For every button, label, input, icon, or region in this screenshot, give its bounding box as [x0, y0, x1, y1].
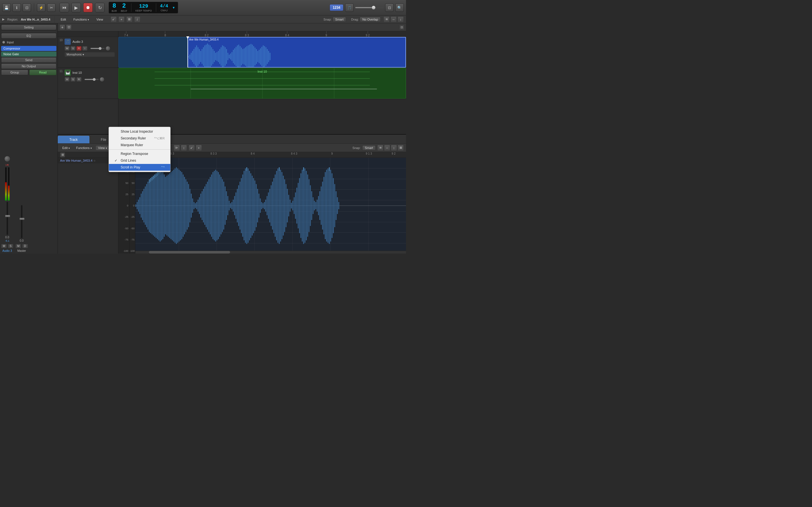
noise-gate-button[interactable]: Noise Gate [1, 52, 56, 57]
no-output-button[interactable]: No Output [1, 63, 56, 69]
editor-snap-icon[interactable]: ⊞ [60, 152, 65, 158]
arr-view-btn2[interactable]: ⊡ [399, 25, 404, 30]
setting-button[interactable]: Setting [1, 24, 56, 30]
track-view-button[interactable]: ⊡ [66, 24, 71, 30]
info-button[interactable]: ℹ [12, 3, 21, 12]
edit-menu[interactable]: Edit [58, 17, 68, 22]
editor-zoom-v-btn[interactable]: ↕ [391, 145, 397, 151]
audio3-region-selected[interactable]: Are We Human_3#03.4 [188, 37, 406, 68]
audio3-record-btn[interactable]: R [77, 46, 82, 51]
master-fader[interactable] [20, 205, 23, 238]
editor-snap-dropdown[interactable]: Smart [362, 145, 375, 151]
master-d-btn[interactable]: D [22, 244, 28, 248]
audio3-m-btn[interactable]: M [1, 244, 7, 248]
editor-view-menu[interactable]: View ▾ [96, 146, 109, 150]
drag-dropdown[interactable]: No Overlap [360, 17, 380, 22]
inst10-vol-slider[interactable] [85, 79, 99, 80]
audio3-fader-handle[interactable] [5, 215, 10, 217]
record-button[interactable]: ⏺ [83, 3, 93, 12]
inst10-solo-btn[interactable]: S [70, 77, 75, 82]
waveform-view-btn[interactable]: ≋ [384, 16, 390, 22]
zoom-btn[interactable]: ↔ [391, 16, 397, 22]
master-fader-handle[interactable] [19, 218, 24, 220]
audio3-pan-knob2[interactable] [105, 46, 110, 51]
editor-arrow-tool[interactable]: ↙ [189, 145, 195, 151]
maximize-button[interactable]: ⊡ [385, 3, 394, 12]
eq-button[interactable]: EQ [1, 33, 56, 39]
editor-plus-tool[interactable]: + [196, 145, 202, 151]
svg-rect-192 [303, 167, 304, 244]
view-menu[interactable]: View [94, 17, 105, 22]
save-button[interactable]: 💾 [2, 3, 11, 12]
editor-btn1[interactable]: ⊳ [174, 145, 180, 151]
svg-rect-187 [296, 187, 297, 224]
mixer-button[interactable]: ⚡ [37, 3, 45, 12]
search-button[interactable]: 🔍 [395, 3, 404, 12]
loop-button[interactable]: ↻ [95, 3, 105, 12]
dropdown-marquee-ruler[interactable]: Marquee Ruler [109, 142, 170, 149]
inst10-record-btn[interactable]: R [77, 77, 82, 82]
audio3-solo-btn[interactable]: S [70, 46, 75, 51]
tuner-button[interactable]: 🎵 [345, 3, 354, 12]
midi-tool[interactable]: ♩ [134, 16, 140, 22]
audio3-meter-l-fill [5, 182, 7, 201]
audio3-region-left[interactable] [118, 37, 188, 68]
dropdown-grid-lines[interactable]: ✓ Grid Lines [109, 157, 170, 164]
audio3-ms-row: M S [1, 244, 13, 248]
add-track-button[interactable]: + [59, 24, 65, 30]
dropdown-scroll-in-play[interactable]: Scroll in Play ⌃^ [109, 164, 170, 171]
editor-waveform-btn[interactable]: ≋ [377, 145, 384, 151]
editor-extra-btn[interactable]: ⊠ [398, 145, 404, 151]
svg-rect-86 [160, 170, 160, 242]
inst10-mute-btn[interactable]: M [64, 77, 70, 82]
read-button-left[interactable]: Read [29, 69, 56, 75]
send-button[interactable]: Send [1, 57, 56, 63]
audio3-fader[interactable] [6, 202, 8, 235]
dropdown-show-local-inspector[interactable]: Show Local Inspector [109, 128, 170, 135]
editor-edit-menu[interactable]: Edit ▾ [60, 146, 72, 150]
note-button[interactable]: 1234 [329, 4, 343, 11]
plus-tool[interactable]: + [118, 16, 124, 22]
lcd-arrow[interactable]: ▼ [172, 6, 175, 9]
mono-dropdown[interactable]: Monophonic ▾ [64, 52, 115, 57]
audio3-vol-slider[interactable] [91, 48, 105, 49]
editor-btn2[interactable]: ↕ [181, 145, 187, 151]
functions-menu[interactable]: Functions ▾ [71, 17, 91, 22]
dropdown-secondary-ruler[interactable]: Secondary Ruler ^⌥⌘R [109, 135, 170, 142]
group-button-left[interactable]: Group [1, 69, 28, 75]
scissors-button[interactable]: ✂ [47, 3, 56, 12]
svg-rect-52 [259, 50, 259, 63]
rewind-button[interactable]: ⏮ [59, 3, 69, 12]
volume-slider[interactable] [355, 7, 384, 8]
volume-thumb[interactable] [371, 6, 375, 10]
inst10-pan-knob[interactable] [100, 77, 105, 82]
y-neg25: -25 [118, 216, 130, 218]
audio3-input-btn[interactable]: I [82, 46, 87, 51]
tab-track[interactable]: Track [58, 136, 89, 144]
play-button[interactable]: ▶ [71, 3, 81, 12]
audio3-vol-thumb[interactable] [99, 47, 101, 50]
arr-right-section: ⊡ [399, 25, 404, 30]
y-axis-scale2: 100 75 50 25 0 -25 -50 -75 -100 [130, 158, 135, 253]
compressor-button[interactable]: Compressor [1, 46, 56, 51]
snap-dropdown[interactable]: Smart [333, 17, 346, 22]
svg-rect-116 [200, 194, 201, 218]
inst10-region[interactable]: Inst 10 [118, 68, 406, 99]
marquee-tool[interactable]: ⊞ [126, 16, 133, 22]
inst10-vol-thumb[interactable] [93, 78, 96, 81]
smart-controls-button[interactable]: ⊡ [22, 3, 31, 12]
audio3-s-btn[interactable]: S [8, 244, 13, 248]
editor-zoom-h-btn[interactable]: ↔ [384, 145, 390, 151]
audio3-mute-btn[interactable]: M [64, 46, 70, 51]
zoom-v-btn[interactable]: ↕ [398, 16, 404, 22]
editor-functions-menu[interactable]: Functions ▾ [74, 146, 94, 150]
arrow-tool[interactable]: ↙ [110, 16, 117, 22]
audio3-pan-knob[interactable] [4, 156, 10, 162]
dropdown-shortcut-2: ^⌥⌘R [154, 136, 165, 140]
master-m-btn[interactable]: M [15, 244, 21, 248]
y2-50: 50 [130, 182, 135, 184]
dropdown-region-transpose[interactable]: Region Transpose [109, 151, 170, 157]
svg-rect-219 [149, 179, 150, 183]
editor-scrollbar[interactable] [135, 251, 406, 253]
editor-scrollbar-thumb[interactable] [149, 251, 230, 253]
